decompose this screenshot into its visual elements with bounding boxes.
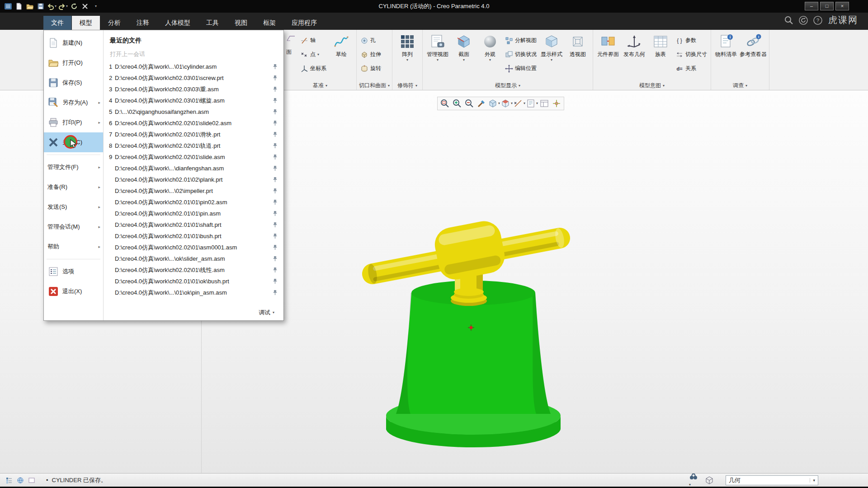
file-menu-item-open[interactable]: 打开(O) xyxy=(44,53,103,73)
pin-icon[interactable] xyxy=(272,233,280,239)
ribbon-button-switch-state[interactable]: 切换状况 xyxy=(504,47,538,61)
zoom-out-button[interactable] xyxy=(463,98,475,109)
tab-applications[interactable]: 应用程序 xyxy=(284,16,325,30)
display-style-button[interactable]: ▾ xyxy=(488,98,500,109)
open-button[interactable] xyxy=(25,1,34,11)
pin-icon[interactable] xyxy=(272,165,280,171)
search-button[interactable]: ▾ xyxy=(689,473,698,487)
pin-icon[interactable] xyxy=(272,290,280,296)
recent-file-item[interactable]: 5D:\...\02\qiganghuosaifangzhen.asm xyxy=(108,106,281,117)
view-manager-button[interactable] xyxy=(538,98,550,109)
selection-filter-combo[interactable]: 几何 ▾ xyxy=(726,475,818,485)
spin-center-button[interactable] xyxy=(551,98,562,109)
annotation-display-button[interactable]: ▾ xyxy=(526,98,538,109)
file-menu-item-exit[interactable]: 退出(X) xyxy=(44,282,103,301)
restore-button[interactable]: □ xyxy=(820,2,834,10)
open-last-session-item[interactable]: 打开上一会话 xyxy=(108,49,281,61)
pin-icon[interactable] xyxy=(272,120,280,126)
ribbon-button-axis[interactable]: 轴 xyxy=(299,33,328,47)
recent-file-item[interactable]: D:\creo4.0仿真\work\ch02.02\01\线性.asm xyxy=(108,264,281,276)
ribbon-button-pattern[interactable]: 阵列▾ xyxy=(395,30,420,62)
new-button[interactable] xyxy=(14,1,24,11)
ribbon-group-label-cut-surface[interactable]: 切口和曲面▾ xyxy=(359,81,390,90)
file-menu-item-manage-files[interactable]: 管理文件(F)▸ xyxy=(44,157,103,177)
pin-icon[interactable] xyxy=(272,131,280,137)
select-mode-icon[interactable] xyxy=(705,476,714,485)
ribbon-button-publish-geometry[interactable]: 发布几何 xyxy=(622,30,647,58)
debug-menu-button[interactable]: 调试 ▾ xyxy=(252,307,281,318)
ribbon-button-reference-viewer[interactable]: i参考查看器 xyxy=(740,30,767,58)
undo-button[interactable]: ▾ xyxy=(47,1,57,11)
recent-file-item[interactable]: 8D:\creo4.0仿真\work\ch02.02\01\轨道.prt xyxy=(108,140,281,151)
pin-icon[interactable] xyxy=(272,75,280,81)
recent-file-item[interactable]: 2D:\creo4.0仿真\work\ch02.03\01\screw.prt xyxy=(108,72,281,84)
recent-file-item[interactable]: D:\creo4.0仿真\work\ch02.01\01\ok\bush.prt xyxy=(108,276,281,287)
saved-orientations-button[interactable]: ▾ xyxy=(500,98,513,109)
pin-icon[interactable] xyxy=(272,278,280,284)
recent-file-item[interactable]: D:\creo4.0仿真\work\ch02.02\01\asm0001.asm xyxy=(108,242,281,253)
close-window-button[interactable] xyxy=(80,1,90,11)
ribbon-button-point[interactable]: 点▾ xyxy=(299,47,328,61)
web-browser-toggle[interactable] xyxy=(17,477,24,484)
redo-button[interactable]: ▾ xyxy=(58,1,68,11)
recent-file-item[interactable]: D:\creo4.0仿真\work\ch02.01\01\shaft.prt xyxy=(108,219,281,230)
pin-icon[interactable] xyxy=(272,177,280,183)
ribbon-button-edit-position[interactable]: 编辑位置 xyxy=(504,61,538,75)
ribbon-group-label-investigate[interactable]: 调查▾ xyxy=(713,81,767,90)
recent-file-item[interactable]: D:\creo4.0仿真\work\...\02\impeller.prt xyxy=(108,185,281,197)
refit-button[interactable] xyxy=(439,98,451,109)
save-button[interactable] xyxy=(36,1,45,11)
file-menu-item-send[interactable]: 发送(S)▸ xyxy=(44,197,103,217)
ribbon-button-parameters[interactable]: { }参数 xyxy=(674,33,708,47)
file-menu-item-close[interactable]: 关闭(C) xyxy=(44,132,103,152)
file-menu-item-options[interactable]: 选项 xyxy=(44,262,103,282)
recent-file-item[interactable]: D:\creo4.0仿真\work\ch02.01\01\pin.asm xyxy=(108,208,281,219)
tab-file[interactable]: 文件 xyxy=(43,16,71,30)
panel-toggle[interactable] xyxy=(28,477,35,484)
file-menu-item-new[interactable]: 新建(N) xyxy=(44,33,103,53)
recent-file-item[interactable]: D:\creo4.0仿真\work\...\01\ok\pin_asm.asm xyxy=(108,287,281,298)
pin-icon[interactable] xyxy=(272,109,280,115)
regenerate-button[interactable] xyxy=(70,1,79,11)
ribbon-button-perspective[interactable]: 透视图 xyxy=(565,30,590,58)
file-menu-item-prepare[interactable]: 准备(R)▸ xyxy=(44,177,103,197)
model-tree-toggle[interactable] xyxy=(5,477,13,484)
file-menu-item-manage-sessions[interactable]: 管理会话(M)▸ xyxy=(44,217,103,237)
tab-model[interactable]: 模型 xyxy=(72,16,100,30)
ribbon-button-relations[interactable]: d=关系 xyxy=(674,61,708,75)
tab-annotate[interactable]: 注释 xyxy=(129,16,157,30)
ribbon-button-component-interface[interactable]: 元件界面 xyxy=(595,30,621,58)
tab-framework[interactable]: 框架 xyxy=(255,16,283,30)
pin-icon[interactable] xyxy=(272,154,280,160)
ribbon-group-label-model-display[interactable]: 模型显示▾ xyxy=(425,81,590,90)
ribbon-group-label-modifiers[interactable]: 修饰符▾ xyxy=(395,81,420,90)
pin-icon[interactable] xyxy=(272,188,280,194)
datum-display-filters-button[interactable]: ▾ xyxy=(513,98,525,109)
repaint-button[interactable] xyxy=(476,98,487,109)
recent-file-item[interactable]: D:\creo4.0仿真\work\ch02.01\01\bush.prt xyxy=(108,230,281,242)
pin-icon[interactable] xyxy=(272,64,280,70)
pin-icon[interactable] xyxy=(272,222,280,228)
pin-icon[interactable] xyxy=(272,86,280,92)
tab-analysis[interactable]: 分析 xyxy=(100,16,128,30)
tab-view[interactable]: 视图 xyxy=(227,16,255,30)
file-menu-item-save[interactable]: 保存(S) xyxy=(44,73,103,93)
ribbon-button-manage-views[interactable]: 管理视图▾ xyxy=(425,30,450,62)
zoom-in-button[interactable] xyxy=(451,98,463,109)
ribbon-button-section[interactable]: 截面▾ xyxy=(451,30,476,62)
ribbon-button-family-table[interactable]: 族表 xyxy=(648,30,673,58)
file-menu-item-help[interactable]: 帮助▸ xyxy=(44,237,103,257)
ribbon-button-csys[interactable]: 坐标系 xyxy=(299,61,328,75)
ribbon-button-display-style[interactable]: 显示样式▾ xyxy=(539,30,564,62)
3d-model-cylinder-assembly[interactable] xyxy=(357,212,610,465)
recent-file-item[interactable]: D:\creo4.0仿真\work\...\ok\slider_asm.asm xyxy=(108,253,281,264)
pin-icon[interactable] xyxy=(272,199,280,205)
pin-icon[interactable] xyxy=(272,98,280,103)
file-menu-item-print[interactable]: 打印(P)▸ xyxy=(44,113,103,132)
recent-file-item[interactable]: D:\creo4.0仿真\work\ch02.01\02\plank.prt xyxy=(108,174,281,185)
ribbon-button-hole[interactable]: 孔 xyxy=(359,33,382,47)
pin-icon[interactable] xyxy=(272,267,280,273)
recent-file-item[interactable]: 3D:\creo4.0仿真\work\ch02.03\03\重.asm xyxy=(108,84,281,95)
pin-icon[interactable] xyxy=(272,143,280,149)
pin-icon[interactable] xyxy=(272,256,280,262)
